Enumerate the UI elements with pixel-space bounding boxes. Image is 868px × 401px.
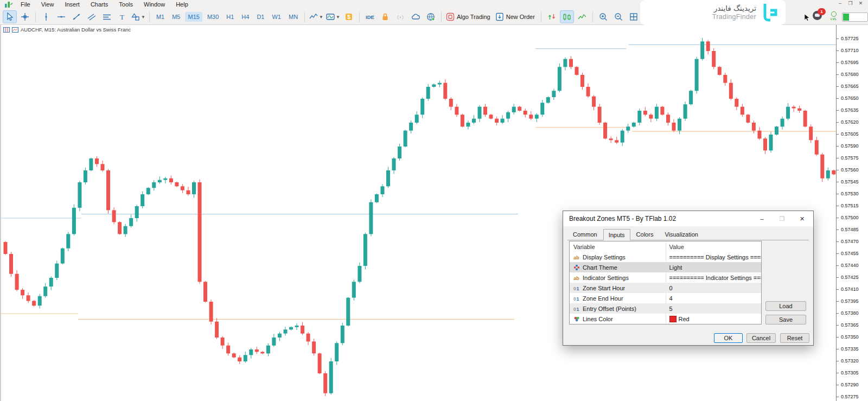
timeframe-m15-button[interactable]: M15 <box>185 12 202 22</box>
svg-text:ab: ab <box>573 275 579 281</box>
tab-common[interactable]: Common <box>567 229 603 240</box>
window-close-button[interactable]: ✕ <box>856 0 866 8</box>
param-row-lines-color[interactable]: Lines Color Red <box>570 314 761 324</box>
param-value[interactable]: 5 <box>666 305 673 312</box>
reset-button[interactable]: Reset <box>780 333 809 343</box>
param-row-entry-offset-points-[interactable]: 01 Entry Offset (Points) 5 <box>570 303 761 314</box>
tick-chart-icon <box>547 12 557 22</box>
tab-inputs[interactable]: Inputs <box>603 229 630 240</box>
zoom-in-button[interactable] <box>596 10 610 23</box>
timeframe-h1-button[interactable]: H1 <box>224 12 237 22</box>
chevron-down-icon: ▼ <box>319 15 323 20</box>
price-axis-label: 0.57650 <box>837 95 859 101</box>
community-button[interactable] <box>424 10 438 23</box>
menu-view[interactable]: View <box>36 0 60 9</box>
param-value[interactable]: Red <box>666 316 690 322</box>
param-row-zone-start-hour[interactable]: 01 Zone Start Hour 0 <box>570 283 761 293</box>
cursor-button[interactable] <box>3 10 17 23</box>
menu-charts[interactable]: Charts <box>85 0 113 9</box>
timeframe-m30-button[interactable]: M30 <box>205 12 221 22</box>
save-button[interactable]: Save <box>765 315 806 324</box>
horizontal-line-button[interactable] <box>54 10 68 23</box>
price-axis-label: 0.57425 <box>837 274 859 281</box>
dialog-minimize-button[interactable]: – <box>752 215 772 222</box>
level-indicator: LVL <box>831 11 837 21</box>
svg-text:1: 1 <box>576 306 579 311</box>
shapes-button[interactable]: ▼ <box>130 10 146 23</box>
param-row-indicator-settings[interactable]: ab Indicator Settings ========== Indicat… <box>570 272 761 283</box>
tradingfinder-watermark: تریدینگ فایندر TradingFinder <box>640 0 786 25</box>
notification-indicator[interactable]: 1 <box>813 11 822 20</box>
timeframe-m1-button[interactable]: M1 <box>154 12 167 22</box>
candle-chart-button[interactable] <box>560 10 574 23</box>
vertical-line-icon <box>41 12 51 22</box>
menu-insert[interactable]: Insert <box>59 0 85 9</box>
text-button[interactable]: T <box>115 10 129 23</box>
lock-icon <box>380 12 390 22</box>
algo-trading-icon <box>445 12 455 22</box>
window-restore-button[interactable]: ❐ <box>845 0 856 8</box>
cloud-button[interactable] <box>409 10 423 23</box>
chart-window-icon <box>12 27 18 33</box>
dialog-maximize-button[interactable]: ❐ <box>772 215 792 222</box>
trendline-button[interactable] <box>69 10 84 23</box>
price-axis-label: 0.57395 <box>837 298 859 304</box>
param-value[interactable]: 0 <box>666 285 673 291</box>
channel-button[interactable] <box>85 10 99 23</box>
timeframe-m5-button[interactable]: M5 <box>169 12 183 22</box>
tile-windows-button[interactable] <box>627 10 641 23</box>
dialog-tabs: CommonInputsColorsVisualization <box>567 228 809 240</box>
crosshair-button[interactable] <box>18 10 32 23</box>
param-value[interactable]: ========== Display Settings ======... <box>666 254 762 260</box>
param-name: Indicator Settings <box>583 275 629 281</box>
dialog-close-button[interactable]: ✕ <box>792 215 812 222</box>
zoom-out-button[interactable] <box>611 10 626 23</box>
tick-chart-button[interactable] <box>545 10 559 23</box>
cancel-button[interactable]: Cancel <box>746 333 776 343</box>
menu-tools[interactable]: Tools <box>113 0 138 9</box>
param-row-display-settings[interactable]: ab Display Settings ========== Display S… <box>570 252 761 262</box>
chart-type-button[interactable]: ▼ <box>308 10 324 23</box>
param-row-zone-end-hour[interactable]: 01 Zone End Hour 4 <box>570 293 761 303</box>
signal-button[interactable] <box>393 10 407 23</box>
dialog-title-bar[interactable]: Breakout Zones MT5 - By TFlab 1.02 – ❐ ✕ <box>563 211 813 226</box>
price-axis[interactable]: 0.577250.577100.576950.576800.576650.576… <box>836 24 868 401</box>
param-value[interactable]: ========== Indicator Settings =====... <box>666 275 762 281</box>
svg-text:ab: ab <box>573 254 579 260</box>
line-chart-button[interactable] <box>575 10 589 23</box>
color-param-icon <box>573 316 580 322</box>
param-name: Zone End Hour <box>583 295 623 302</box>
menu-help[interactable]: Help <box>170 0 194 9</box>
toolbar-separator <box>149 11 150 22</box>
tab-visualization[interactable]: Visualization <box>659 229 704 240</box>
toolbar-separator <box>35 11 36 22</box>
notification-badge: 1 <box>818 8 826 15</box>
ok-button[interactable]: OK <box>714 333 743 343</box>
lock-button[interactable] <box>378 10 392 23</box>
timeframe-d1-button[interactable]: D1 <box>254 12 267 22</box>
int-param-icon: 01 <box>573 305 580 312</box>
variable-column-header: Variable <box>573 244 595 250</box>
equidistant-channel-button[interactable] <box>100 10 114 23</box>
timeframe-h4-button[interactable]: H4 <box>239 12 252 22</box>
price-axis-label: 0.57710 <box>837 47 859 54</box>
indicator-window-button[interactable]: ▼ <box>325 10 341 23</box>
market-watch-button[interactable]: $ <box>342 10 356 23</box>
timeframe-w1-button[interactable]: W1 <box>269 12 284 22</box>
timeframe-mn-button[interactable]: MN <box>286 12 301 22</box>
algo-trading-button[interactable]: Algo Trading <box>445 10 493 23</box>
window-minimize-button[interactable]: – <box>835 0 845 8</box>
price-axis-label: 0.57365 <box>837 322 859 328</box>
ide-button[interactable]: IDE <box>363 10 377 23</box>
color-swatch <box>669 316 676 322</box>
menu-window[interactable]: Window <box>138 0 170 9</box>
toolbar-separator <box>592 11 593 22</box>
new-order-button[interactable]: New Order <box>494 10 538 23</box>
load-button[interactable]: Load <box>765 301 806 311</box>
param-value[interactable]: Light <box>666 264 682 271</box>
param-value[interactable]: 4 <box>666 295 673 302</box>
param-row-chart-theme[interactable]: Chart Theme Light <box>570 262 761 272</box>
vertical-line-button[interactable] <box>39 10 53 23</box>
tab-colors[interactable]: Colors <box>631 229 659 240</box>
menu-file[interactable]: File <box>15 0 36 9</box>
